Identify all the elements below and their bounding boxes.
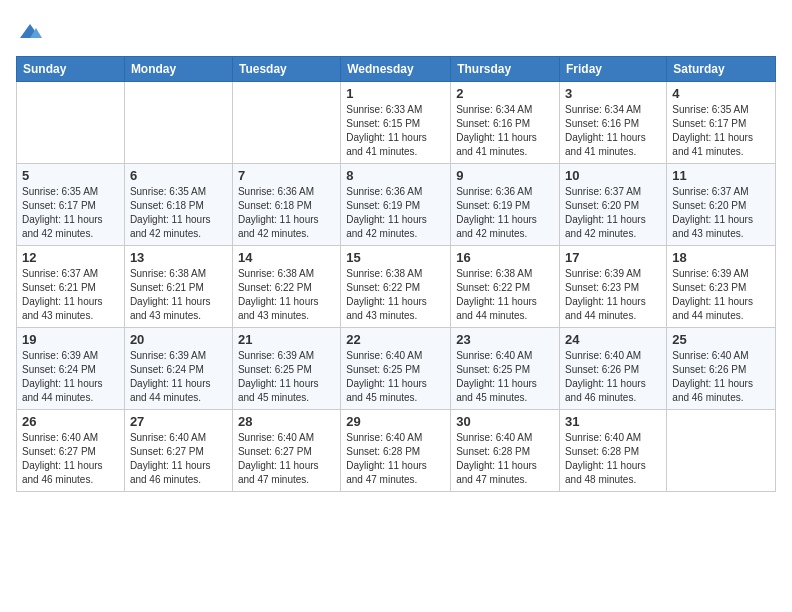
- day-info: Sunrise: 6:37 AMSunset: 6:20 PMDaylight:…: [565, 185, 661, 241]
- day-info: Sunrise: 6:40 AMSunset: 6:26 PMDaylight:…: [565, 349, 661, 405]
- day-cell: 20Sunrise: 6:39 AMSunset: 6:24 PMDayligh…: [124, 328, 232, 410]
- day-info: Sunrise: 6:40 AMSunset: 6:27 PMDaylight:…: [22, 431, 119, 487]
- weekday-header-monday: Monday: [124, 57, 232, 82]
- day-number: 28: [238, 414, 335, 429]
- day-cell: 27Sunrise: 6:40 AMSunset: 6:27 PMDayligh…: [124, 410, 232, 492]
- day-info: Sunrise: 6:40 AMSunset: 6:27 PMDaylight:…: [130, 431, 227, 487]
- week-row-3: 12Sunrise: 6:37 AMSunset: 6:21 PMDayligh…: [17, 246, 776, 328]
- day-info: Sunrise: 6:35 AMSunset: 6:18 PMDaylight:…: [130, 185, 227, 241]
- day-info: Sunrise: 6:40 AMSunset: 6:28 PMDaylight:…: [565, 431, 661, 487]
- day-info: Sunrise: 6:38 AMSunset: 6:22 PMDaylight:…: [346, 267, 445, 323]
- weekday-header-thursday: Thursday: [451, 57, 560, 82]
- day-number: 31: [565, 414, 661, 429]
- day-number: 11: [672, 168, 770, 183]
- day-number: 21: [238, 332, 335, 347]
- day-cell: 16Sunrise: 6:38 AMSunset: 6:22 PMDayligh…: [451, 246, 560, 328]
- day-info: Sunrise: 6:36 AMSunset: 6:19 PMDaylight:…: [346, 185, 445, 241]
- day-number: 23: [456, 332, 554, 347]
- day-number: 27: [130, 414, 227, 429]
- day-info: Sunrise: 6:39 AMSunset: 6:25 PMDaylight:…: [238, 349, 335, 405]
- weekday-header-saturday: Saturday: [667, 57, 776, 82]
- day-number: 16: [456, 250, 554, 265]
- day-info: Sunrise: 6:40 AMSunset: 6:25 PMDaylight:…: [346, 349, 445, 405]
- day-number: 6: [130, 168, 227, 183]
- day-info: Sunrise: 6:40 AMSunset: 6:27 PMDaylight:…: [238, 431, 335, 487]
- day-info: Sunrise: 6:33 AMSunset: 6:15 PMDaylight:…: [346, 103, 445, 159]
- day-info: Sunrise: 6:39 AMSunset: 6:23 PMDaylight:…: [672, 267, 770, 323]
- day-info: Sunrise: 6:35 AMSunset: 6:17 PMDaylight:…: [672, 103, 770, 159]
- day-info: Sunrise: 6:36 AMSunset: 6:18 PMDaylight:…: [238, 185, 335, 241]
- day-info: Sunrise: 6:39 AMSunset: 6:24 PMDaylight:…: [22, 349, 119, 405]
- day-cell: 19Sunrise: 6:39 AMSunset: 6:24 PMDayligh…: [17, 328, 125, 410]
- day-number: 29: [346, 414, 445, 429]
- day-cell: 2Sunrise: 6:34 AMSunset: 6:16 PMDaylight…: [451, 82, 560, 164]
- day-number: 1: [346, 86, 445, 101]
- day-cell: 21Sunrise: 6:39 AMSunset: 6:25 PMDayligh…: [232, 328, 340, 410]
- day-info: Sunrise: 6:35 AMSunset: 6:17 PMDaylight:…: [22, 185, 119, 241]
- day-info: Sunrise: 6:37 AMSunset: 6:20 PMDaylight:…: [672, 185, 770, 241]
- day-cell: 3Sunrise: 6:34 AMSunset: 6:16 PMDaylight…: [560, 82, 667, 164]
- day-info: Sunrise: 6:40 AMSunset: 6:25 PMDaylight:…: [456, 349, 554, 405]
- day-cell: [124, 82, 232, 164]
- day-number: 7: [238, 168, 335, 183]
- day-cell: 31Sunrise: 6:40 AMSunset: 6:28 PMDayligh…: [560, 410, 667, 492]
- day-info: Sunrise: 6:38 AMSunset: 6:22 PMDaylight:…: [456, 267, 554, 323]
- day-number: 8: [346, 168, 445, 183]
- day-number: 3: [565, 86, 661, 101]
- day-cell: 12Sunrise: 6:37 AMSunset: 6:21 PMDayligh…: [17, 246, 125, 328]
- day-cell: 11Sunrise: 6:37 AMSunset: 6:20 PMDayligh…: [667, 164, 776, 246]
- day-info: Sunrise: 6:40 AMSunset: 6:26 PMDaylight:…: [672, 349, 770, 405]
- day-cell: 26Sunrise: 6:40 AMSunset: 6:27 PMDayligh…: [17, 410, 125, 492]
- weekday-header-wednesday: Wednesday: [341, 57, 451, 82]
- day-cell: 6Sunrise: 6:35 AMSunset: 6:18 PMDaylight…: [124, 164, 232, 246]
- day-cell: 28Sunrise: 6:40 AMSunset: 6:27 PMDayligh…: [232, 410, 340, 492]
- day-cell: 18Sunrise: 6:39 AMSunset: 6:23 PMDayligh…: [667, 246, 776, 328]
- day-cell: 9Sunrise: 6:36 AMSunset: 6:19 PMDaylight…: [451, 164, 560, 246]
- day-info: Sunrise: 6:38 AMSunset: 6:22 PMDaylight:…: [238, 267, 335, 323]
- day-number: 15: [346, 250, 445, 265]
- weekday-header-row: SundayMondayTuesdayWednesdayThursdayFrid…: [17, 57, 776, 82]
- weekday-header-friday: Friday: [560, 57, 667, 82]
- day-cell: [232, 82, 340, 164]
- day-cell: 7Sunrise: 6:36 AMSunset: 6:18 PMDaylight…: [232, 164, 340, 246]
- day-number: 2: [456, 86, 554, 101]
- day-number: 10: [565, 168, 661, 183]
- day-number: 18: [672, 250, 770, 265]
- weekday-header-tuesday: Tuesday: [232, 57, 340, 82]
- day-number: 20: [130, 332, 227, 347]
- day-cell: 22Sunrise: 6:40 AMSunset: 6:25 PMDayligh…: [341, 328, 451, 410]
- logo: [16, 16, 46, 44]
- day-cell: [667, 410, 776, 492]
- day-number: 26: [22, 414, 119, 429]
- page-header: [16, 16, 776, 44]
- day-info: Sunrise: 6:34 AMSunset: 6:16 PMDaylight:…: [456, 103, 554, 159]
- day-cell: 17Sunrise: 6:39 AMSunset: 6:23 PMDayligh…: [560, 246, 667, 328]
- day-number: 19: [22, 332, 119, 347]
- day-cell: 15Sunrise: 6:38 AMSunset: 6:22 PMDayligh…: [341, 246, 451, 328]
- logo-icon: [16, 16, 44, 44]
- day-number: 14: [238, 250, 335, 265]
- week-row-2: 5Sunrise: 6:35 AMSunset: 6:17 PMDaylight…: [17, 164, 776, 246]
- day-cell: 24Sunrise: 6:40 AMSunset: 6:26 PMDayligh…: [560, 328, 667, 410]
- day-number: 13: [130, 250, 227, 265]
- day-cell: 14Sunrise: 6:38 AMSunset: 6:22 PMDayligh…: [232, 246, 340, 328]
- day-info: Sunrise: 6:38 AMSunset: 6:21 PMDaylight:…: [130, 267, 227, 323]
- day-number: 24: [565, 332, 661, 347]
- day-info: Sunrise: 6:40 AMSunset: 6:28 PMDaylight:…: [456, 431, 554, 487]
- day-info: Sunrise: 6:34 AMSunset: 6:16 PMDaylight:…: [565, 103, 661, 159]
- day-info: Sunrise: 6:39 AMSunset: 6:24 PMDaylight:…: [130, 349, 227, 405]
- day-number: 30: [456, 414, 554, 429]
- day-number: 17: [565, 250, 661, 265]
- day-number: 22: [346, 332, 445, 347]
- day-cell: 29Sunrise: 6:40 AMSunset: 6:28 PMDayligh…: [341, 410, 451, 492]
- day-info: Sunrise: 6:36 AMSunset: 6:19 PMDaylight:…: [456, 185, 554, 241]
- day-cell: 1Sunrise: 6:33 AMSunset: 6:15 PMDaylight…: [341, 82, 451, 164]
- day-cell: 23Sunrise: 6:40 AMSunset: 6:25 PMDayligh…: [451, 328, 560, 410]
- week-row-4: 19Sunrise: 6:39 AMSunset: 6:24 PMDayligh…: [17, 328, 776, 410]
- day-number: 12: [22, 250, 119, 265]
- day-cell: 13Sunrise: 6:38 AMSunset: 6:21 PMDayligh…: [124, 246, 232, 328]
- week-row-1: 1Sunrise: 6:33 AMSunset: 6:15 PMDaylight…: [17, 82, 776, 164]
- week-row-5: 26Sunrise: 6:40 AMSunset: 6:27 PMDayligh…: [17, 410, 776, 492]
- day-cell: 10Sunrise: 6:37 AMSunset: 6:20 PMDayligh…: [560, 164, 667, 246]
- day-cell: 25Sunrise: 6:40 AMSunset: 6:26 PMDayligh…: [667, 328, 776, 410]
